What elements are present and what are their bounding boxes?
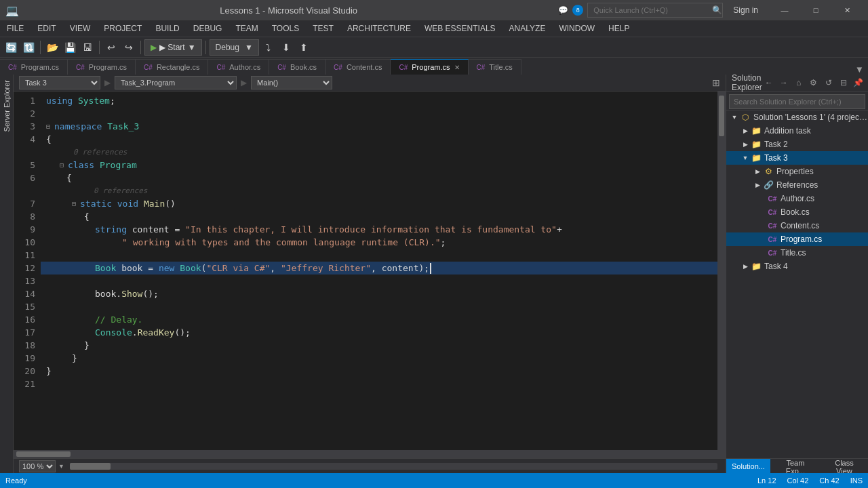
tab-close-icon[interactable]: ✕ xyxy=(454,64,460,71)
menu-view[interactable]: VIEW xyxy=(63,20,98,37)
menu-file[interactable]: FILE xyxy=(0,20,31,37)
toolbar-sep3 xyxy=(140,41,141,54)
menu-debug[interactable]: DEBUG xyxy=(186,20,229,37)
code-line-17: Console.ReadKey(); xyxy=(41,326,717,339)
toolbar-redo[interactable]: ↪ xyxy=(121,39,137,56)
menu-test[interactable]: TEST xyxy=(306,20,340,37)
toolbar-save[interactable]: 💾 xyxy=(62,39,78,56)
menu-analyze[interactable]: ANALYZE xyxy=(502,20,553,37)
menu-web-essentials[interactable]: WEB ESSENTIALS xyxy=(418,20,502,37)
tab-author-cs[interactable]: C# Author.cs xyxy=(208,59,269,75)
toolbar-save-all[interactable]: 🖫 xyxy=(79,39,96,56)
sidebar-btn-collapse[interactable]: ⊟ xyxy=(837,76,850,89)
label-program: Program.cs xyxy=(781,235,822,244)
notification-icon[interactable]: 💬 xyxy=(558,5,568,15)
menu-window[interactable]: WINDOW xyxy=(552,20,601,37)
tree-item-content[interactable]: C# Content.cs xyxy=(726,219,868,232)
code-line-1: using System; xyxy=(41,94,717,107)
menu-tools[interactable]: TOOLS xyxy=(265,20,306,37)
collapse-btn-7[interactable]: ⊟ xyxy=(72,197,79,210)
label-content: Content.cs xyxy=(781,221,819,230)
vertical-scrollbar[interactable] xyxy=(717,92,726,450)
tab-book-cs[interactable]: C# Book.cs xyxy=(269,59,326,75)
tab-content-cs[interactable]: C# Content.cs xyxy=(326,59,391,75)
maximize-button[interactable]: □ xyxy=(800,0,831,20)
tab-program-cs-2[interactable]: C# Program.cs xyxy=(68,59,136,75)
sidebar-btn-settings[interactable]: ⚙ xyxy=(807,76,821,89)
solution-tab-btn[interactable]: Solution... xyxy=(726,459,770,474)
sidebar-btn-home[interactable]: ⌂ xyxy=(792,76,806,89)
menu-edit[interactable]: EDIT xyxy=(31,20,62,37)
code-line-6: { xyxy=(41,171,717,184)
code-line-19: } xyxy=(41,352,717,365)
class-view-btn[interactable]: Class View xyxy=(821,459,868,474)
tab-program-cs-active[interactable]: C# Program.cs ✕ xyxy=(391,59,468,75)
server-explorer-label[interactable]: Server Explorer xyxy=(3,80,11,131)
debug-dropdown[interactable]: Debug ▼ xyxy=(210,39,259,56)
toolbar-step-out[interactable]: ⬆ xyxy=(296,39,312,56)
toolbar-step-in[interactable]: ⬇ xyxy=(278,39,294,56)
tree-item-addition[interactable]: ▶ 📁 Addition task xyxy=(726,124,868,138)
collapse-btn-5[interactable]: ⊟ xyxy=(60,159,66,171)
tree-item-task3[interactable]: ▼ 📁 Task 3 xyxy=(726,151,868,165)
quick-launch-input[interactable] xyxy=(587,3,723,18)
method-select[interactable]: Main() xyxy=(251,76,332,89)
minimize-button[interactable]: — xyxy=(769,0,800,20)
tree-item-book[interactable]: C# Book.cs xyxy=(726,205,868,219)
toolbar-step-over[interactable]: ⤵ xyxy=(260,39,277,56)
code-line-20: } xyxy=(41,365,717,378)
expand-editor-btn[interactable]: ⊞ xyxy=(712,77,720,88)
close-button[interactable]: ✕ xyxy=(831,0,863,20)
tree-item-properties[interactable]: ▶ ⚙ Properties xyxy=(726,165,868,178)
tree-item-title[interactable]: C# Title.cs xyxy=(726,246,868,260)
menu-team[interactable]: TEAM xyxy=(229,20,264,37)
h-scroll-handle[interactable] xyxy=(70,463,111,470)
sidebar-btn-forward[interactable]: → xyxy=(777,76,791,89)
menu-architecture[interactable]: ARCHITECTURE xyxy=(340,20,418,37)
tree-item-program[interactable]: C# Program.cs xyxy=(726,232,868,246)
title-text: Lessons 1 - Microsoft Visual Studio xyxy=(24,5,553,16)
sidebar-btn-pin[interactable]: 📌 xyxy=(852,76,865,89)
namespace-select[interactable]: Task_3.Program xyxy=(115,76,237,89)
tab-dropdown-btn[interactable]: ▼ xyxy=(851,64,868,75)
tab-title-cs[interactable]: C# Title.cs xyxy=(469,59,521,75)
toolbar-open[interactable]: 📂 xyxy=(44,39,60,56)
status-col: Col 42 xyxy=(787,476,809,485)
toolbar-undo[interactable]: ↩ xyxy=(103,39,119,56)
cs-icon-book: C# xyxy=(767,207,778,218)
zoom-select[interactable]: 100 % xyxy=(19,460,56,472)
h-scroll-track[interactable] xyxy=(70,463,717,470)
tab-rectangle-cs[interactable]: C# Rectangle.cs xyxy=(136,59,208,75)
toolbar-refresh[interactable]: 🔃 xyxy=(20,39,37,56)
sidebar-btn-back[interactable]: ← xyxy=(762,76,776,89)
code-content[interactable]: using System; ⊟ namespace Task_3 { 0 ref… xyxy=(41,92,717,450)
horizontal-scrollbar[interactable] xyxy=(14,450,726,458)
expander-solution: ▼ xyxy=(729,114,740,121)
task-select[interactable]: Task 3 xyxy=(19,76,100,89)
start-icon: ▶ xyxy=(151,43,157,52)
sign-in-link[interactable]: Sign in xyxy=(733,5,758,15)
toolbar-sep2 xyxy=(99,41,100,54)
collapse-btn-3[interactable]: ⊟ xyxy=(46,120,53,133)
scroll-thumb[interactable] xyxy=(719,96,724,136)
menu-project[interactable]: PROJECT xyxy=(97,20,149,37)
toolbar-sep4 xyxy=(205,41,206,54)
tree-item-task4[interactable]: ▶ 📁 Task 4 xyxy=(726,260,868,273)
sidebar-btn-refresh[interactable]: ↺ xyxy=(822,76,835,89)
tree-item-author[interactable]: C# Author.cs xyxy=(726,192,868,205)
toolbar-new[interactable]: 🔄 xyxy=(3,39,19,56)
solution-explorer-search[interactable] xyxy=(729,94,865,109)
code-line-9: string content = "In this chapter, I wil… xyxy=(41,223,717,236)
tree-item-task2[interactable]: ▶ 📁 Task 2 xyxy=(726,138,868,151)
menu-build[interactable]: BUILD xyxy=(149,20,186,37)
solution-explorer: Solution Explorer ← → ⌂ ⚙ ↺ ⊟ 📌 ✕ ▼ ⬡ So… xyxy=(726,75,868,473)
tab-program-cs-1[interactable]: C# Program.cs xyxy=(0,59,68,75)
tree-item-references[interactable]: ▶ 🔗 References xyxy=(726,178,868,192)
server-explorer-tab[interactable]: Server Explorer xyxy=(0,75,14,473)
tree-item-solution[interactable]: ▼ ⬡ Solution 'Lessons 1' (4 projects) xyxy=(726,110,868,124)
h-scroll-thumb[interactable] xyxy=(16,451,71,457)
team-explorer-btn[interactable]: Team Exp... xyxy=(770,459,821,474)
start-button[interactable]: ▶ ▶ Start ▼ xyxy=(144,39,202,56)
tab-icon-7: C# xyxy=(399,64,408,71)
menu-help[interactable]: HELP xyxy=(601,20,636,37)
